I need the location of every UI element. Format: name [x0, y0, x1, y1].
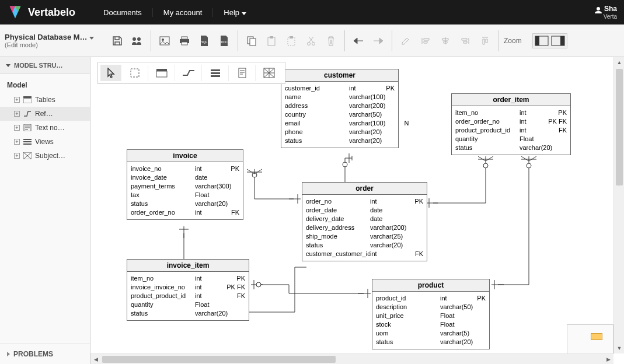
svg-point-7: [162, 38, 164, 41]
table-column: statusvarchar(20): [285, 136, 395, 145]
table-column: phonevarchar(20): [285, 128, 395, 136]
horizontal-scrollbar[interactable]: ◀ ▶: [90, 354, 613, 364]
copy-button[interactable]: [245, 34, 258, 47]
chevron-down-icon: [89, 37, 94, 40]
expand-icon[interactable]: +: [14, 139, 20, 145]
scroll-right-icon[interactable]: ▶: [603, 354, 613, 364]
diagram-surface[interactable]: customer customer_idintPKnamevarchar(100…: [90, 57, 624, 364]
add-reference-tool[interactable]: [175, 65, 202, 81]
sidebar-problems[interactable]: PROBLEMS: [0, 344, 90, 364]
layout-right-panel-button[interactable]: [551, 36, 565, 46]
expand-icon[interactable]: +: [14, 153, 20, 159]
sql-export-button[interactable]: SQL: [198, 34, 211, 47]
table-column: statusvarchar(20): [306, 241, 423, 250]
redo-button[interactable]: [372, 34, 385, 47]
table-column: addressvarchar(200): [285, 102, 395, 110]
add-table-tool[interactable]: [148, 65, 175, 81]
document-mode: (Edit mode): [5, 41, 104, 48]
top-links: Documents My account Help: [93, 8, 257, 17]
logo[interactable]: Vertabelo: [7, 4, 75, 20]
svg-rect-37: [211, 75, 220, 77]
table-title: order_item: [452, 94, 570, 106]
cut-button[interactable]: [305, 34, 318, 47]
table-customer[interactable]: customer customer_idintPKnamevarchar(100…: [281, 69, 399, 148]
align-left-button[interactable]: [419, 34, 432, 47]
table-column: uomvarchar(5): [376, 329, 486, 338]
table-column: customer_idintPK: [285, 84, 395, 93]
svg-rect-28: [23, 139, 32, 140]
nav-help[interactable]: Help: [213, 8, 256, 17]
svg-point-3: [597, 7, 600, 10]
expand-icon[interactable]: +: [14, 97, 20, 103]
svg-rect-30: [23, 144, 32, 145]
table-column: statusvarchar(20): [376, 338, 486, 346]
minimap-viewport: [591, 333, 602, 340]
undo-button[interactable]: [352, 34, 365, 47]
brand-text: Vertabelo: [28, 6, 75, 19]
image-button[interactable]: [158, 34, 171, 47]
sidebar-item-text-notes[interactable]: + Text no…: [0, 121, 90, 135]
model-root[interactable]: Model: [0, 78, 90, 93]
logo-icon: [7, 4, 23, 20]
align-right-button[interactable]: [459, 34, 472, 47]
canvas[interactable]: customer customer_idintPKnamevarchar(100…: [90, 57, 624, 364]
edit-button[interactable]: [399, 34, 412, 47]
nav-documents[interactable]: Documents: [93, 8, 153, 17]
align-top-button[interactable]: [479, 34, 491, 47]
svg-rect-15: [268, 37, 275, 46]
scroll-thumb[interactable]: [616, 69, 623, 186]
user-menu[interactable]: Sha Verta: [594, 5, 617, 19]
scroll-left-icon[interactable]: ◀: [90, 354, 101, 364]
add-view-tool[interactable]: [202, 65, 229, 81]
chevron-down-icon: [242, 12, 246, 15]
share-button[interactable]: [131, 34, 144, 47]
table-column: stockFloat: [376, 320, 486, 329]
table-column: delivery_addressvarchar(200): [306, 223, 423, 232]
table-invoice-item[interactable]: invoice_item item_nointPKinvoice_invoice…: [127, 259, 249, 321]
pointer-tool[interactable]: [100, 65, 121, 81]
scroll-thumb[interactable]: [102, 356, 336, 363]
save-button[interactable]: [111, 34, 124, 47]
sidebar-item-views[interactable]: + Views: [0, 135, 90, 149]
document-title-block[interactable]: Physical Database M… (Edit mode): [5, 33, 104, 48]
table-column: invoice_invoice_nointPK FK: [131, 283, 245, 292]
sidebar-item-tables[interactable]: + Tables: [0, 93, 90, 107]
table-column: unit_priceFloat: [376, 312, 486, 320]
add-subject-area-tool[interactable]: [256, 65, 283, 81]
expand-icon[interactable]: +: [14, 111, 20, 117]
vertical-scrollbar[interactable]: ▲ ▼: [613, 57, 624, 354]
table-column: customer_customer_idintFK: [306, 250, 423, 258]
sidebar-header-model-structure[interactable]: MODEL STRU…: [0, 57, 90, 74]
svg-rect-14: [250, 38, 256, 46]
clipboard-button[interactable]: [285, 34, 298, 47]
scroll-down-icon[interactable]: ▼: [614, 343, 624, 354]
nav-help-label: Help: [224, 8, 239, 17]
layout-left-panel-button[interactable]: [535, 36, 549, 46]
table-column: invoice_nointPK: [131, 164, 239, 173]
toolbar: Physical Database M… (Edit mode) SQL DOC…: [0, 24, 624, 57]
table-order[interactable]: order order_nointPKorder_datedatedeliver…: [302, 182, 427, 261]
svg-rect-24: [560, 36, 564, 46]
svg-point-5: [137, 37, 141, 41]
print-button[interactable]: [178, 34, 191, 47]
table-product[interactable]: product product_idintPKdescriptionvarcha…: [372, 279, 490, 349]
nav-my-account[interactable]: My account: [153, 8, 213, 17]
table-column: statusvarchar(20): [131, 309, 245, 318]
sidebar-item-references[interactable]: + Ref…: [0, 107, 90, 121]
delete-button[interactable]: [325, 34, 337, 47]
expand-icon[interactable]: +: [14, 125, 20, 131]
marquee-tool[interactable]: [121, 65, 148, 81]
view-icon: [23, 138, 32, 145]
table-invoice[interactable]: invoice invoice_nointPKinvoice_datedatep…: [127, 149, 243, 220]
align-center-button[interactable]: [439, 34, 452, 47]
sidebar-item-subject-areas[interactable]: + Subject…: [0, 149, 90, 163]
layout-toggle: [532, 33, 567, 48]
scroll-up-icon[interactable]: ▲: [614, 57, 624, 68]
add-note-tool[interactable]: [229, 65, 256, 81]
doc-export-button[interactable]: DOC: [218, 34, 231, 47]
paste-button[interactable]: [265, 34, 278, 47]
table-order-item[interactable]: order_item item_nointPKorder_order_noint…: [451, 93, 571, 155]
svg-rect-18: [290, 36, 293, 38]
svg-rect-38: [239, 68, 246, 78]
zoom-label[interactable]: Zoom: [499, 37, 527, 45]
